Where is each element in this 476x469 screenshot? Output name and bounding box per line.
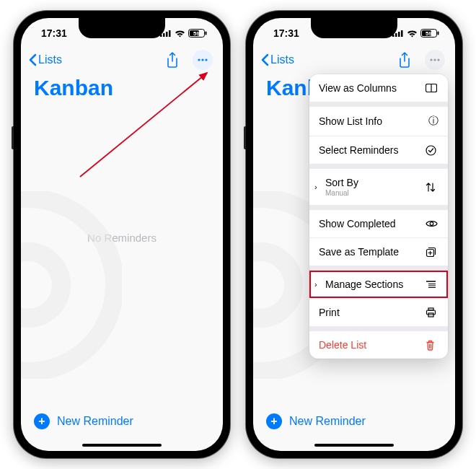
svg-point-8 [198, 58, 200, 61]
wifi-icon [407, 30, 418, 38]
svg-rect-37 [427, 310, 436, 315]
svg-point-23 [433, 58, 436, 61]
svg-point-24 [437, 58, 439, 61]
template-icon [426, 247, 438, 258]
nav-bar: Lists [21, 48, 223, 73]
new-reminder-label: New Reminder [57, 415, 133, 428]
menu-label: Select Reminders [319, 144, 399, 156]
menu-show-list-info[interactable]: Show List Info ⓘ [309, 107, 448, 136]
menu-label: View as Columns [319, 82, 397, 94]
menu-label: Delete List [319, 339, 366, 351]
back-label: Lists [270, 53, 294, 66]
back-label: Lists [38, 53, 62, 66]
context-menu: View as Columns Show List Info ⓘ Select … [309, 74, 448, 359]
new-reminder-label: New Reminder [289, 415, 366, 428]
svg-point-12 [21, 252, 61, 318]
svg-point-9 [201, 58, 203, 61]
svg-rect-2 [166, 32, 168, 37]
chevron-right-icon: › [314, 280, 317, 289]
share-icon [398, 52, 411, 68]
svg-rect-17 [401, 30, 403, 37]
svg-rect-16 [398, 32, 400, 37]
more-button[interactable] [425, 50, 445, 70]
iphone-mockup-left: 17:31 59 Lists Kanban No [14, 11, 230, 458]
menu-label: Save as Template [319, 246, 399, 258]
menu-select-reminders[interactable]: Select Reminders [309, 136, 448, 164]
sort-arrows-icon [426, 182, 438, 193]
menu-manage-sections[interactable]: › Manage Sections [309, 271, 448, 298]
share-icon [166, 52, 179, 68]
status-time: 17:31 [273, 27, 299, 39]
plus-icon: + [34, 413, 50, 429]
menu-show-completed[interactable]: Show Completed [309, 210, 448, 237]
ellipsis-icon [196, 53, 209, 66]
svg-text:59: 59 [426, 30, 432, 37]
content-area: No Reminders [21, 103, 223, 393]
menu-sort-by[interactable]: › Sort By Manual [309, 169, 448, 205]
svg-point-11 [21, 198, 115, 372]
svg-rect-3 [169, 30, 171, 37]
rings-decoration [21, 191, 122, 379]
menu-delete-list[interactable]: Delete List [309, 331, 448, 359]
menu-label: Show List Info [319, 115, 382, 127]
svg-point-29 [426, 146, 436, 155]
menu-label: Sort By [325, 177, 358, 188]
back-button[interactable]: Lists [260, 53, 294, 66]
menu-label: Print [319, 307, 340, 318]
menu-label: Show Completed [319, 218, 396, 229]
battery-icon: 59 [420, 29, 439, 38]
nav-bar: Lists [253, 48, 455, 73]
share-button[interactable] [162, 50, 182, 70]
iphone-mockup-right: 17:31 59 Lists Kanban [246, 11, 462, 458]
svg-rect-15 [395, 33, 397, 37]
menu-sublabel: Manual [325, 189, 358, 197]
status-time: 17:31 [41, 27, 67, 39]
svg-point-10 [205, 58, 207, 61]
info-icon: ⓘ [426, 115, 438, 128]
menu-print[interactable]: Print [309, 299, 448, 326]
menu-save-as-template[interactable]: Save as Template [309, 238, 448, 266]
notch [311, 18, 397, 38]
ellipsis-icon [428, 53, 441, 66]
chevron-left-icon [260, 53, 269, 66]
svg-text:59: 59 [193, 30, 200, 37]
svg-rect-20 [438, 32, 439, 35]
columns-icon [426, 84, 438, 92]
svg-point-30 [430, 222, 433, 226]
plus-icon: + [266, 413, 282, 429]
trash-icon [426, 340, 438, 351]
check-circle-icon [426, 145, 438, 156]
chevron-left-icon [28, 53, 37, 66]
share-button[interactable] [395, 50, 415, 70]
back-button[interactable]: Lists [28, 53, 62, 66]
menu-label: Manage Sections [325, 279, 403, 290]
svg-rect-1 [163, 33, 165, 37]
chevron-right-icon: › [314, 183, 317, 191]
printer-icon [426, 307, 438, 317]
battery-icon: 59 [188, 29, 207, 38]
svg-point-22 [430, 58, 432, 61]
home-indicator [314, 444, 394, 447]
eye-icon [426, 219, 438, 228]
page-title: Kanban [21, 73, 223, 108]
empty-state-text: No Reminders [87, 232, 157, 244]
home-indicator [82, 444, 162, 447]
sections-icon [426, 280, 438, 289]
svg-point-26 [253, 252, 294, 318]
menu-view-as-columns[interactable]: View as Columns [309, 74, 448, 102]
svg-rect-6 [206, 32, 207, 35]
more-button[interactable] [193, 50, 213, 70]
notch [79, 18, 165, 38]
wifi-icon [175, 30, 185, 38]
